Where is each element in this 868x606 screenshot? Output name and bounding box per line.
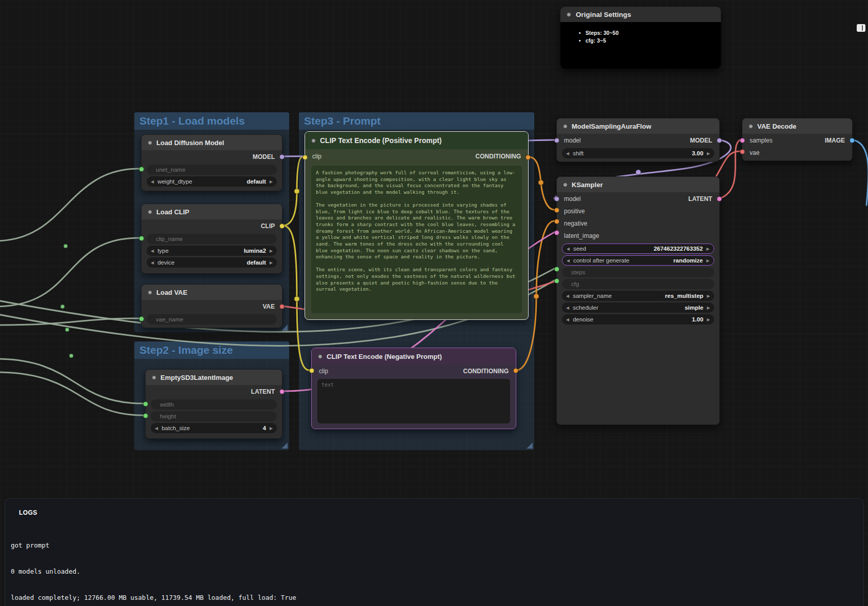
batch-size-widget[interactable]: ◀ batch_size 4 ▶: [151, 423, 277, 433]
height-input-port[interactable]: [143, 413, 148, 418]
group-step3-titlebar[interactable]: Step3 - Prompt: [299, 112, 534, 130]
vae-name-input-port[interactable]: [139, 316, 144, 321]
combo-left-arrow-icon[interactable]: ◀: [567, 247, 570, 251]
output-label: MODEL: [690, 137, 712, 144]
node-status-dot: [148, 140, 152, 145]
seed-widget[interactable]: ◀ seed 267462322763352 ▶: [562, 244, 714, 254]
model-input-port[interactable]: [554, 138, 559, 143]
latent-image-input-port[interactable]: [554, 230, 559, 235]
denoise-widget[interactable]: ◀ denoise 1.00 ▶: [562, 314, 714, 325]
model-output-port[interactable]: [279, 154, 285, 159]
model-output-port[interactable]: [717, 138, 722, 143]
group-resize-handle[interactable]: [281, 442, 288, 449]
sidebar-toggle-icon[interactable]: [857, 24, 865, 32]
clip-input-port[interactable]: [302, 155, 308, 160]
combo-right-arrow-icon[interactable]: ▶: [707, 294, 710, 298]
node-note-original-settings[interactable]: Original Settings •Steps: 30~50 •cfg: 3~…: [560, 7, 721, 69]
node-header[interactable]: KSampler: [557, 177, 719, 192]
group-resize-handle[interactable]: [281, 325, 288, 331]
combo-right-arrow-icon[interactable]: ▶: [270, 179, 273, 184]
node-header[interactable]: Load VAE: [142, 285, 282, 300]
model-input-port[interactable]: [554, 196, 559, 201]
combo-left-arrow-icon[interactable]: ◀: [566, 306, 569, 310]
vae-name-widget[interactable]: vae_name: [147, 314, 277, 325]
type-widget[interactable]: ◀ type lumina2 ▶: [147, 246, 277, 256]
node-header[interactable]: EmptySD3LatentImage: [146, 370, 282, 385]
clip-output-port[interactable]: [279, 224, 285, 229]
negative-input-port[interactable]: [554, 219, 559, 224]
width-widget[interactable]: width: [151, 399, 277, 410]
note-header[interactable]: Original Settings: [560, 7, 721, 22]
combo-right-arrow-icon[interactable]: ▶: [706, 247, 710, 251]
combo-left-arrow-icon[interactable]: ◀: [151, 249, 154, 253]
node-vae-decode[interactable]: VAE Decode samples IMAGE vae: [742, 118, 853, 161]
width-input-port[interactable]: [143, 401, 148, 407]
cfg-input-port[interactable]: [554, 278, 559, 284]
scheduler-widget[interactable]: ◀ scheduler simple ▶: [562, 302, 714, 313]
samples-input-port[interactable]: [740, 138, 745, 143]
unet-name-input-port[interactable]: [139, 167, 144, 172]
widget-label: cfg: [571, 281, 710, 287]
group-step1-titlebar[interactable]: Step1 - Load models: [134, 112, 289, 130]
node-status-dot: [152, 375, 156, 380]
clip-input-port[interactable]: [309, 368, 314, 373]
node-header[interactable]: VAE Decode: [742, 118, 852, 134]
combo-left-arrow-icon[interactable]: ◀: [566, 294, 569, 298]
node-clip-text-encode-negative[interactable]: CLIP Text Encode (Negative Prompt) clip …: [311, 348, 516, 429]
weight-dtype-widget[interactable]: ◀ weight_dtype default ▶: [147, 176, 277, 187]
shift-widget[interactable]: ◀ shift 3.00 ▶: [562, 148, 714, 158]
group-resize-handle[interactable]: [527, 442, 533, 449]
node-empty-latent-image[interactable]: EmptySD3LatentImage LATENT width height …: [145, 369, 282, 439]
vae-output-port[interactable]: [279, 304, 285, 309]
group-step2-titlebar[interactable]: Step2 - Image size: [134, 341, 289, 359]
conditioning-output-port[interactable]: [526, 155, 531, 160]
node-ksampler[interactable]: KSampler model LATENT positive negative …: [556, 176, 720, 425]
positive-input-port[interactable]: [554, 208, 559, 213]
logs-panel[interactable]: LOGS got prompt 0 models unloaded. loade…: [5, 498, 864, 606]
latent-output-port[interactable]: [717, 196, 722, 201]
clip-name-input-port[interactable]: [139, 236, 144, 241]
clip-name-widget[interactable]: clip_name: [147, 234, 277, 244]
combo-right-arrow-icon[interactable]: ▶: [270, 426, 273, 431]
sampler-name-widget[interactable]: ◀ sampler_name res_multistep ▶: [562, 291, 714, 301]
combo-right-arrow-icon[interactable]: ▶: [706, 258, 710, 263]
combo-right-arrow-icon[interactable]: ▶: [270, 260, 273, 265]
unet-name-widget[interactable]: unet_name: [147, 165, 277, 175]
combo-right-arrow-icon[interactable]: ▶: [270, 249, 273, 253]
steps-input-port[interactable]: [554, 267, 559, 272]
node-header[interactable]: Load Diffusion Model: [142, 135, 282, 150]
node-header[interactable]: Load CLIP: [142, 204, 282, 219]
positive-prompt-textarea[interactable]: A fashion photography work full of surre…: [311, 166, 522, 313]
node-model-sampling-auraflow[interactable]: ModelSamplingAuraFlow model MODEL ◀ shif…: [556, 118, 720, 162]
combo-left-arrow-icon[interactable]: ◀: [151, 179, 154, 184]
conditioning-output-port[interactable]: [513, 368, 518, 373]
node-clip-text-encode-positive[interactable]: CLIP Text Encode (Positive Prompt) clip …: [305, 131, 529, 320]
combo-left-arrow-icon[interactable]: ◀: [567, 258, 570, 263]
note-item: •Steps: 30~50: [579, 29, 721, 37]
combo-right-arrow-icon[interactable]: ▶: [707, 317, 710, 322]
combo-left-arrow-icon[interactable]: ◀: [566, 151, 569, 156]
node-load-vae[interactable]: Load VAE VAE vae_name: [141, 284, 282, 328]
vae-input-port[interactable]: [740, 149, 745, 154]
device-widget[interactable]: ◀ device default ▶: [147, 257, 277, 268]
node-header[interactable]: CLIP Text Encode (Negative Prompt): [312, 348, 516, 365]
note-body: •Steps: 30~50 •cfg: 3~5: [560, 22, 721, 69]
node-load-diffusion-model[interactable]: Load Diffusion Model MODEL unet_name ◀ w…: [141, 134, 282, 191]
negative-prompt-textarea[interactable]: text: [317, 379, 510, 423]
height-widget[interactable]: height: [151, 411, 277, 421]
cfg-widget[interactable]: cfg: [562, 279, 714, 289]
steps-widget[interactable]: steps: [562, 267, 714, 277]
node-load-clip[interactable]: Load CLIP CLIP clip_name ◀ type lumina2 …: [141, 204, 282, 274]
node-header[interactable]: ModelSamplingAuraFlow: [557, 118, 719, 134]
node-header[interactable]: CLIP Text Encode (Positive Prompt): [305, 132, 528, 149]
combo-left-arrow-icon[interactable]: ◀: [155, 426, 158, 431]
combo-right-arrow-icon[interactable]: ▶: [707, 306, 710, 310]
widget-label: unet_name: [156, 167, 273, 173]
combo-left-arrow-icon[interactable]: ◀: [151, 260, 154, 265]
latent-output-port[interactable]: [279, 389, 285, 394]
image-output-port[interactable]: [850, 138, 855, 143]
control-after-generate-widget[interactable]: ◀ control after generate randomize ▶: [562, 255, 714, 266]
combo-left-arrow-icon[interactable]: ◀: [566, 317, 569, 322]
combo-right-arrow-icon[interactable]: ▶: [707, 151, 710, 156]
note-title: Original Settings: [576, 11, 631, 18]
